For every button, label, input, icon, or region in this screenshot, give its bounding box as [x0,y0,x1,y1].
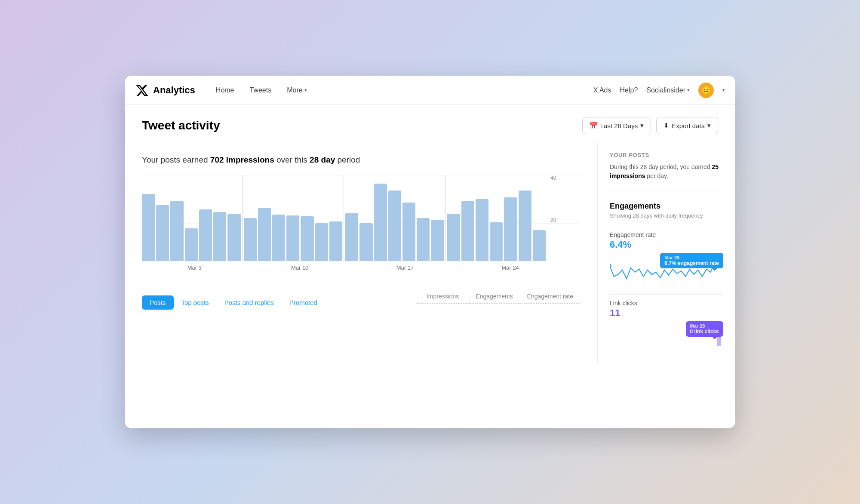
bar-22 [461,201,474,261]
bar-chart: 40 20 [142,175,580,261]
engagement-rate-value: 6.4% [610,239,723,250]
metric-headers: Impressions Engagements Engagement rate [417,289,580,304]
tab-top-posts[interactable]: Top posts [174,295,217,310]
page-header: Tweet activity 📅 Last 28 Days ▾ ⬇ Export… [125,105,735,143]
bar-17 [388,191,401,261]
impressions-per-day: 25 [712,163,719,170]
date-label-mar10: Mar 10 [247,264,353,271]
your-posts-section: YOUR POSTS During this 28 day period, yo… [610,152,723,191]
engagement-rate-row: Engagement rate 6.4% Mar 28 6.7% engagem… [610,231,723,287]
app-window: Analytics Home Tweets More ▾ X Ads Help?… [125,76,735,428]
navbar-nav: Home Tweets More ▾ [209,83,314,98]
link-clicks-sparkline: Mar 28 0 link clicks [610,321,723,347]
link-clicks-value: 11 [610,307,723,319]
bar-1 [156,205,169,261]
chart-area: 40 20 Mar 3 Mar 10 Mar 17 [142,175,580,271]
help-link[interactable]: Help? [620,86,638,94]
engagement-rate-label: Engagement rate [610,231,723,238]
date-label-mar24: Mar 24 [458,264,563,271]
calendar-icon: 📅 [590,122,598,129]
tab-promoted[interactable]: Promoted [282,295,325,310]
metric-engagement-rate: Engagement rate [520,289,580,304]
left-panel: Your posts earned 702 impressions over t… [125,143,598,363]
engagements-title: Engagements [610,202,723,211]
engagements-section: Engagements Showing 28 days with daily f… [610,202,723,347]
bar-21 [447,214,460,261]
x-ads-link[interactable]: X Ads [593,86,611,94]
socialinsider-chevron-icon: ▾ [687,87,690,93]
bar-6 [227,214,240,261]
y-axis: 40 20 [547,175,562,261]
your-posts-title: YOUR POSTS [610,152,723,158]
date-chevron-icon: ▾ [640,122,644,129]
bar-3 [185,228,198,261]
navbar: Analytics Home Tweets More ▾ X Ads Help?… [125,76,735,105]
engagements-subtitle: Showing 28 days with daily frequency [610,212,723,219]
bar-20 [431,220,444,261]
bar-9 [272,215,285,261]
export-chevron-icon: ▾ [707,122,711,129]
period-label: 28 day [310,155,335,164]
metric-engagements: Engagements [469,289,520,304]
nav-tweets[interactable]: Tweets [243,83,279,98]
engagement-rate-tooltip: Mar 28 6.7% engagement rate [660,253,723,268]
post-tabs: Posts Top posts Posts and replies Promot… [142,295,325,310]
nav-home[interactable]: Home [209,83,241,98]
link-clicks-tooltip: Mar 28 0 link clicks [686,321,723,337]
avatar[interactable]: 😐 [698,83,714,98]
bar-27 [533,230,546,261]
y-label-20: 20 [550,217,562,223]
bar-14 [345,213,358,261]
week-separator [445,175,446,261]
tab-posts-replies[interactable]: Posts and replies [217,295,282,310]
bar-12 [315,223,328,261]
bar-26 [519,191,531,261]
divider-2 [610,294,723,295]
socialinsider-button[interactable]: Socialinsider ▾ [646,86,690,94]
bar-0 [142,194,155,261]
bar-4 [199,209,212,261]
stats-headline: Your posts earned 702 impressions over t… [142,155,580,165]
divider [610,226,723,226]
bar-25 [504,197,517,261]
main-content: Your posts earned 702 impressions over t… [125,143,735,363]
impression-count: 702 impressions [210,155,274,164]
avatar-chevron-icon: ▾ [722,87,725,93]
bar-19 [417,218,430,261]
download-icon: ⬇ [663,122,669,129]
y-label-40: 40 [550,175,562,181]
more-chevron-icon: ▾ [304,87,307,93]
bar-10 [286,215,299,261]
bar-7 [244,218,257,261]
brand: Analytics [135,83,195,97]
tab-posts[interactable]: Posts [142,295,174,310]
bar-15 [359,223,372,261]
metric-impressions: Impressions [417,289,469,304]
header-actions: 📅 Last 28 Days ▾ ⬇ Export data ▾ [582,117,718,134]
date-label-mar17: Mar 17 [353,264,458,271]
bar-8 [258,208,271,261]
link-clicks-row: Link clicks 11 Mar 28 0 link clicks [610,300,723,347]
x-axis-labels: Mar 3 Mar 10 Mar 17 Mar 24 [142,264,563,271]
date-filter-button[interactable]: 📅 Last 28 Days ▾ [582,117,651,134]
page-title: Tweet activity [142,119,220,132]
bar-16 [374,184,387,261]
link-clicks-label: Link clicks [610,300,723,307]
x-logo-icon [135,83,149,97]
engagement-rate-sparkline: Mar 28 6.7% engagement rate [610,253,723,287]
bar-2 [170,201,183,261]
bar-13 [329,221,342,261]
bar-23 [476,199,488,261]
your-posts-description: During this 28 day period, you earned 25… [610,163,723,181]
right-panel: YOUR POSTS During this 28 day period, yo… [598,143,735,363]
nav-more[interactable]: More ▾ [280,83,313,98]
export-data-button[interactable]: ⬇ Export data ▾ [656,117,718,134]
bar-24 [490,222,503,261]
bar-5 [213,212,226,261]
bars-container [142,175,546,261]
bar-18 [402,203,415,261]
week-separator [242,175,243,261]
week-separator [344,175,344,261]
brand-name: Analytics [153,85,195,96]
date-label-mar3: Mar 3 [142,264,247,271]
